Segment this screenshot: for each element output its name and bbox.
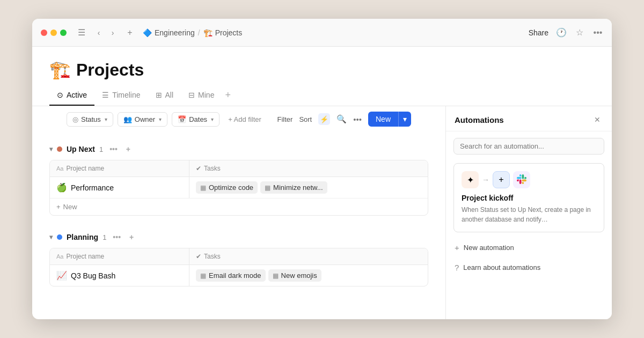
planning-col-tasks: ✔ Tasks [189,248,428,264]
col-tasks: ✔ Tasks [189,160,428,177]
task-chip-minimize[interactable]: ▦ Minimize netw... [260,181,327,194]
add-tab-button[interactable]: + [222,84,234,106]
task-chip-label-1: Optimize code [209,183,253,192]
bolt-button[interactable]: ⚡ [318,113,330,125]
back-button[interactable]: ‹ [92,26,105,39]
page-title-text: Projects [76,60,144,80]
titlebar: ☰ ‹ › + 🔷 Engineering / 🏗️ Projects Shar… [32,19,612,47]
group-planning-add[interactable]: + [127,232,136,243]
upnext-new-label: New [63,203,77,211]
automations-close-button[interactable]: ✕ [591,114,603,126]
group-planning-header[interactable]: ▾ Planning 1 ••• + [49,229,428,246]
status-chip-arrow: ▾ [105,116,107,122]
add-filter-button[interactable]: + Add filter [224,113,266,126]
group-planning-count: 1 [103,233,106,241]
flow-trigger-symbol: ✦ [467,175,474,185]
group-upnext-toggle[interactable]: ▾ [49,145,53,153]
history-icon[interactable]: 🕐 [556,27,567,38]
sidebar-toggle-icon[interactable]: ☰ [76,27,87,38]
new-button-label[interactable]: New [368,112,398,127]
maximize-dot[interactable] [60,30,67,36]
performance-emoji: 🍏 [56,182,67,193]
group-upnext-more[interactable]: ••• [107,144,120,155]
planning-col-type-icon: Aa [56,253,63,260]
bolt-icon-symbol: ⚡ [320,115,328,123]
automations-header: Automations ✕ [446,106,612,131]
add-icon[interactable]: + [125,27,135,38]
learn-automation-icon: ? [455,263,459,272]
search-action[interactable]: 🔍 [336,114,347,124]
engineering-icon: 🔷 [143,28,152,37]
tab-timeline[interactable]: ☰ Timeline [94,85,148,106]
task-chip-label-3: Email dark mode [209,271,261,280]
new-button[interactable]: New ▾ [368,112,411,127]
planning-col-name-label: Project name [66,253,104,260]
group-upnext-header[interactable]: ▾ Up Next 1 ••• + [49,141,428,158]
task-chip-emojis[interactable]: ▦ New emojis [268,269,321,282]
dates-chip-arrow: ▾ [211,116,214,122]
group-planning-toggle[interactable]: ▾ [49,233,53,241]
group-planning-more[interactable]: ••• [111,232,123,243]
star-icon[interactable]: ☆ [574,27,585,38]
sort-action[interactable]: Sort [299,115,312,123]
status-chip-icon: ◎ [72,115,78,123]
task-chip-optimize[interactable]: ▦ Optimize code [196,181,258,194]
new-automation-action[interactable]: + New automation [446,238,612,258]
filter-action[interactable]: Filter [277,115,292,123]
flow-arrow-1: → [482,175,489,184]
performance-label: Performance [71,183,114,192]
dates-filter[interactable]: 📅 Dates ▾ [172,112,219,127]
tab-active[interactable]: ⊙ Active [49,85,94,106]
automations-title: Automations [455,115,504,124]
forward-button[interactable]: › [106,26,119,39]
tab-mine[interactable]: ⊟ Mine [181,85,222,106]
group-upnext-add[interactable]: + [124,144,133,155]
breadcrumb-engineering[interactable]: 🔷 Engineering [143,28,195,37]
breadcrumb-projects[interactable]: 🏗️ Projects [203,28,243,37]
task-chip-icon-3: ▦ [200,272,206,280]
col-project-name: Aa Project name [50,160,189,177]
main-area: 🏗️ Projects ⊙ Active ☰ Timeline ⊞ All [32,47,612,319]
planning-table: Aa Project name ✔ Tasks 📈 [49,248,428,286]
new-automation-icon: + [455,243,459,252]
minimize-dot[interactable] [50,30,57,36]
row-bugbash-name[interactable]: 📈 Q3 Bug Bash [50,265,189,286]
tab-all[interactable]: ⊞ All [148,85,181,106]
row-performance-name[interactable]: 🍏 Performance [50,177,189,198]
owner-filter[interactable]: 👥 Owner ▾ [118,112,167,127]
flow-slack-symbol [517,174,526,186]
new-automation-label: New automation [464,244,514,252]
automation-card-kickoff[interactable]: ✦ → + [453,163,604,232]
owner-chip-icon: 👥 [123,115,132,123]
share-button[interactable]: Share [529,28,548,37]
automations-search-input[interactable] [453,138,604,155]
dates-chip-label: Dates [189,115,207,123]
more-dots-icon: ••• [353,115,362,124]
page-header: 🏗️ Projects [32,47,612,84]
planning-col-tasks-label: Tasks [204,253,221,260]
new-button-arrow[interactable]: ▾ [398,112,411,127]
nav-buttons: ‹ › [92,26,119,39]
learn-automation-action[interactable]: ? Learn about automations [446,258,612,277]
mine-tab-label: Mine [198,91,214,99]
upnext-table-header: Aa Project name ✔ Tasks [50,160,428,177]
task-chip-label-4: New emojis [281,271,317,280]
breadcrumb-separator: / [198,28,200,37]
col-name-label: Project name [66,165,104,172]
group-planning-label: Planning [67,233,98,241]
toolbar: ◎ Status ▾ 👥 Owner ▾ 📅 Dat [49,106,428,132]
upnext-status-dot [57,146,62,152]
auto-card-description: When Status set to Up Next, create a pag… [462,205,596,224]
upnext-new-row[interactable]: + New [50,199,428,215]
traffic-lights [41,30,67,36]
task-chip-email[interactable]: ▦ Email dark mode [196,269,266,282]
more-action[interactable]: ••• [353,115,362,124]
active-tab-icon: ⊙ [57,91,63,99]
bugbash-tasks: ▦ Email dark mode ▦ New emojis [189,265,428,286]
more-icon[interactable]: ••• [592,27,603,38]
auto-card-name: Project kickoff [462,194,596,202]
tabs: ⊙ Active ☰ Timeline ⊞ All ⊟ Mine + [32,84,612,106]
status-filter[interactable]: ◎ Status ▾ [67,112,113,127]
toolbar-left: ◎ Status ▾ 👥 Owner ▾ 📅 Dat [67,112,266,127]
close-dot[interactable] [41,30,47,36]
